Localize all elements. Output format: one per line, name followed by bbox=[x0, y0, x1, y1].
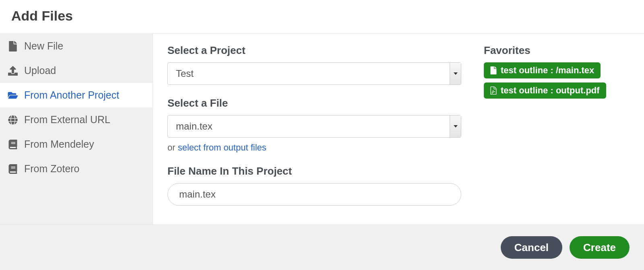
chevron-down-icon bbox=[450, 63, 461, 85]
sidebar-item-new-file[interactable]: New File bbox=[0, 34, 153, 58]
modal-title: Add Files bbox=[11, 8, 633, 24]
book-icon bbox=[7, 140, 19, 149]
sidebar-item-label: From External URL bbox=[24, 114, 110, 126]
output-files-hint: or select from output files bbox=[167, 142, 461, 153]
add-files-modal: Add Files New File Upload From Anot bbox=[0, 0, 644, 270]
or-text: or bbox=[167, 142, 178, 153]
sidebar-item-label: From Another Project bbox=[24, 89, 119, 101]
chevron-down-icon bbox=[450, 115, 461, 137]
select-file-label: Select a File bbox=[167, 97, 461, 109]
sidebar-item-from-another-project[interactable]: From Another Project bbox=[0, 83, 153, 107]
project-select[interactable]: Test bbox=[167, 62, 461, 85]
book-icon bbox=[7, 164, 19, 174]
globe-icon bbox=[7, 115, 19, 125]
sidebar-item-label: From Mendeley bbox=[24, 138, 94, 150]
sidebar-item-from-zotero[interactable]: From Zotero bbox=[0, 157, 153, 181]
sidebar-item-label: Upload bbox=[24, 65, 56, 76]
filename-label: File Name In This Project bbox=[167, 165, 461, 177]
modal-header: Add Files bbox=[0, 0, 644, 33]
create-button[interactable]: Create bbox=[570, 236, 630, 259]
favorite-item-label: test outline : /main.tex bbox=[501, 65, 594, 76]
sidebar-item-from-external-url[interactable]: From External URL bbox=[0, 107, 153, 132]
favorites-title: Favorites bbox=[484, 44, 613, 57]
sidebar-item-label: New File bbox=[24, 40, 63, 52]
upload-icon bbox=[7, 66, 19, 76]
folder-open-icon bbox=[7, 91, 19, 100]
favorite-item[interactable]: test outline : output.pdf bbox=[484, 82, 606, 99]
sidebar-item-upload[interactable]: Upload bbox=[0, 58, 153, 83]
favorite-item-label: test outline : output.pdf bbox=[501, 85, 600, 96]
form-area: Select a Project Test Select a File main… bbox=[167, 43, 461, 213]
modal-footer: Cancel Create bbox=[0, 225, 644, 270]
select-project-label: Select a Project bbox=[167, 44, 461, 57]
project-select-value: Test bbox=[176, 68, 194, 79]
favorites-panel: Favorites test outline : /main.tex bbox=[484, 43, 613, 213]
select-output-files-link[interactable]: select from output files bbox=[178, 142, 266, 153]
filename-input[interactable] bbox=[167, 183, 461, 206]
sidebar-item-label: From Zotero bbox=[24, 163, 80, 175]
file-select[interactable]: main.tex bbox=[167, 115, 461, 138]
main-panel: Select a Project Test Select a File main… bbox=[153, 34, 644, 225]
favorite-item[interactable]: test outline : /main.tex bbox=[484, 62, 601, 78]
file-select-value: main.tex bbox=[176, 121, 213, 132]
file-icon bbox=[490, 66, 497, 74]
file-icon bbox=[7, 41, 19, 52]
pdf-icon bbox=[490, 87, 497, 95]
cancel-button[interactable]: Cancel bbox=[501, 236, 562, 259]
sidebar: New File Upload From Another Project Fro… bbox=[0, 34, 153, 225]
sidebar-item-from-mendeley[interactable]: From Mendeley bbox=[0, 132, 153, 157]
modal-body: New File Upload From Another Project Fro… bbox=[0, 34, 644, 225]
